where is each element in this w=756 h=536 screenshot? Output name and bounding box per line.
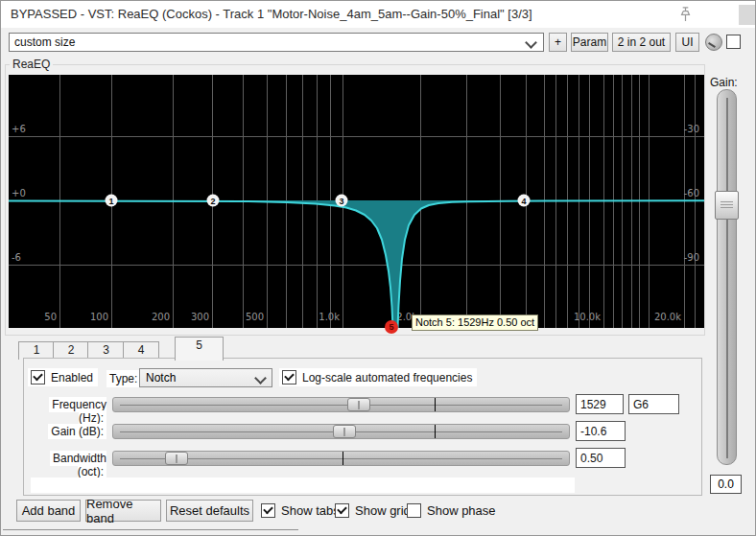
window-resize-edge[interactable] — [3, 529, 298, 530]
pin-icon[interactable] — [678, 5, 693, 28]
window-title: BYPASSED - VST: ReaEQ (Cockos) - Track 1… — [11, 7, 532, 21]
wet-dry-knob[interactable] — [705, 34, 722, 51]
show-phase-checkbox[interactable] — [407, 503, 421, 518]
log-scale-label: Log-scale automated frequencies — [302, 371, 472, 385]
notch-tooltip: Notch 5: 1529Hz 0.50 oct — [412, 315, 538, 331]
remove-band-button[interactable]: Remove band — [85, 500, 161, 522]
preset-combobox-value: custom size — [14, 35, 75, 49]
gain-row: Gain (dB): -10.6 — [24, 424, 703, 439]
gain-slider[interactable] — [112, 424, 570, 439]
band-3-handle[interactable]: 3 — [336, 195, 348, 207]
show-grid-checkbox-group: Show grid — [335, 503, 411, 518]
bandwidth-marker-line — [343, 452, 343, 465]
gain-slider-thumb[interactable] — [333, 425, 356, 438]
frequency-slider-thumb[interactable] — [347, 398, 370, 411]
band-4-handle[interactable]: 4 — [518, 195, 531, 207]
tab-band-5[interactable]: 5 — [175, 337, 224, 361]
frequency-value-box[interactable]: 1529 — [576, 394, 624, 414]
ui-button[interactable]: UI — [675, 33, 699, 52]
show-tabs-checkbox[interactable] — [261, 503, 275, 518]
log-scale-checkbox[interactable] — [282, 370, 296, 385]
frequency-row: Frequency (Hz): 1529 G6 — [24, 397, 703, 412]
gain-marker-line — [435, 425, 436, 438]
filter-type-value: Notch — [146, 371, 176, 385]
band-5-handle[interactable]: 5 — [385, 320, 398, 334]
bandwidth-label: Bandwidth (oct): — [24, 452, 106, 478]
add-preset-button[interactable]: + — [549, 33, 567, 52]
chevron-down-icon — [525, 36, 537, 49]
bypass-checkbox[interactable] — [726, 35, 741, 49]
band-1-handle[interactable]: 1 — [106, 195, 118, 207]
preset-combobox[interactable]: custom size — [9, 33, 544, 52]
frequency-label: Frequency (Hz): — [24, 398, 106, 425]
show-grid-checkbox[interactable] — [335, 503, 349, 518]
show-tabs-checkbox-group: Show tabs — [261, 503, 340, 518]
io-routing-button[interactable]: 2 in 2 out — [612, 33, 671, 52]
empty-field — [31, 478, 575, 493]
slider-groove — [726, 98, 728, 458]
bandwidth-slider[interactable] — [112, 451, 570, 466]
filter-type-dropdown[interactable]: Notch — [139, 368, 272, 387]
eq-frequency-response-graph[interactable]: +6+0-6-30-60-90501002003005001.0k2.0k10.… — [9, 75, 704, 328]
band-2-handle[interactable]: 2 — [207, 195, 220, 207]
show-phase-label: Show phase — [427, 503, 496, 518]
chevron-down-icon — [254, 372, 267, 385]
title-bar[interactable]: BYPASSED - VST: ReaEQ (Cockos) - Track 1… — [1, 1, 755, 28]
param-button[interactable]: Param — [571, 33, 608, 52]
frequency-note-box[interactable]: G6 — [628, 394, 679, 414]
output-gain-slider[interactable] — [717, 89, 737, 465]
output-gain-value[interactable]: 0.0 — [710, 475, 742, 494]
titlebar-corner-box — [739, 5, 756, 25]
frequency-slider[interactable] — [112, 397, 570, 412]
show-phase-checkbox-group: Show phase — [407, 503, 496, 518]
band-settings-pane: Enabled Type: Notch Log-scale automated … — [23, 358, 702, 496]
gain-label: Gain (dB): — [24, 425, 106, 438]
bandwidth-slider-thumb[interactable] — [165, 452, 188, 465]
reaeq-group-label: ReaEQ — [10, 58, 53, 71]
gain-slider-label: Gain: — [710, 76, 738, 89]
reset-defaults-button[interactable]: Reset defaults — [166, 500, 253, 522]
type-label: Type: — [106, 370, 142, 387]
enabled-label: Enabled — [51, 371, 93, 385]
bandwidth-value-box[interactable]: 0.50 — [576, 448, 626, 468]
slider-groove — [120, 405, 562, 406]
frequency-marker-line — [435, 398, 436, 411]
gain-value-box[interactable]: -10.6 — [576, 421, 626, 441]
add-band-button[interactable]: Add band — [16, 500, 81, 522]
output-gain-slider-thumb[interactable] — [715, 191, 739, 220]
log-scale-checkbox-group: Log-scale automated frequencies — [279, 368, 477, 386]
show-tabs-label: Show tabs — [281, 503, 340, 518]
bandwidth-row: Bandwidth (oct): 0.50 — [24, 451, 703, 466]
reaeq-plugin-window: BYPASSED - VST: ReaEQ (Cockos) - Track 1… — [0, 0, 756, 536]
show-grid-label: Show grid — [355, 503, 411, 518]
enabled-checkbox-group: Enabled — [28, 368, 98, 386]
enabled-checkbox[interactable] — [31, 370, 45, 385]
